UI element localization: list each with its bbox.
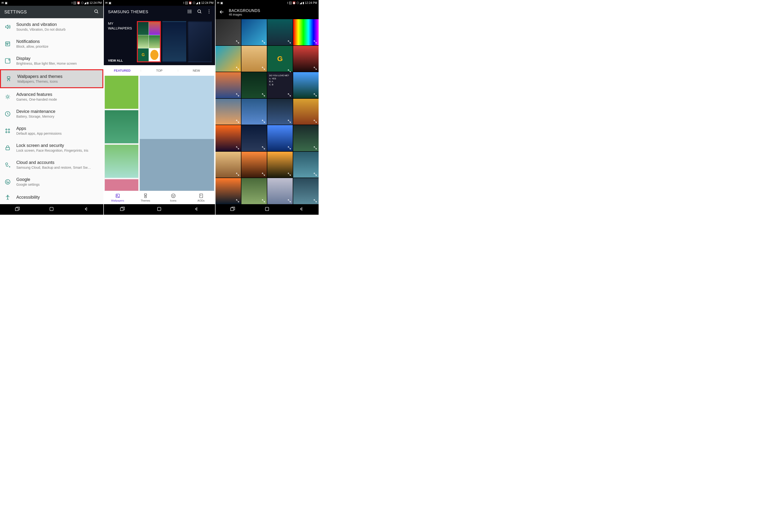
apps-icon <box>4 127 11 134</box>
settings-item-cloud[interactable]: Cloud and accounts Samsung Cloud, Backup… <box>0 156 103 173</box>
settings-item-notif[interactable]: Notifications Block, allow, prioritize <box>0 35 103 52</box>
background-tile[interactable] <box>267 99 293 125</box>
tab-new[interactable]: NEW <box>178 69 215 72</box>
background-tile[interactable] <box>267 19 293 45</box>
featured-tile[interactable] <box>140 76 214 191</box>
background-tile[interactable] <box>241 152 267 178</box>
settings-item-title: Cloud and accounts <box>16 160 99 165</box>
settings-item-access[interactable]: Accessibility <box>0 190 103 204</box>
background-tile[interactable] <box>241 72 267 98</box>
featured-tile[interactable] <box>105 110 139 143</box>
nav-recent[interactable] <box>230 206 236 213</box>
background-tile[interactable] <box>293 178 319 204</box>
nav-bar <box>215 204 319 215</box>
settings-item-title: Lock screen and security <box>16 143 99 148</box>
tab-top[interactable]: TOP <box>141 69 178 72</box>
settings-item-adv[interactable]: Advanced features Games, One-handed mode <box>0 88 103 105</box>
background-tile[interactable] <box>293 99 319 125</box>
wallpaper-gallery-tile[interactable]: G <box>137 21 161 62</box>
background-tile[interactable] <box>293 46 319 72</box>
settings-item-apps[interactable]: Apps Default apps, App permissions <box>0 122 103 139</box>
settings-item-lock[interactable]: Lock screen and security Lock screen, Fa… <box>0 139 103 156</box>
featured-tile[interactable] <box>105 179 139 191</box>
background-tile[interactable] <box>241 99 267 125</box>
nav-recent[interactable] <box>14 206 20 213</box>
background-tile[interactable] <box>241 178 267 204</box>
bluetooth-icon: ᚼ <box>183 1 185 5</box>
bottomnav-themes[interactable]: Themes <box>132 191 159 204</box>
nav-recent[interactable] <box>119 206 125 213</box>
nav-home[interactable] <box>264 206 270 213</box>
wallpaper-tile[interactable] <box>162 21 186 62</box>
background-tile[interactable] <box>293 152 319 178</box>
background-tile[interactable] <box>215 46 241 72</box>
background-tile[interactable] <box>293 125 319 151</box>
nfc-icon: N <box>185 2 188 4</box>
nav-back[interactable] <box>193 206 199 213</box>
tab-featured[interactable]: FEATURED <box>104 69 141 72</box>
alarm-icon: ⏰ <box>188 1 192 5</box>
settings-item-sub: Lock screen, Face Recognition, Fingerpri… <box>16 149 99 152</box>
expand-icon <box>287 172 291 176</box>
settings-item-display[interactable]: Display Brightness, Blue light filter, H… <box>0 52 103 69</box>
expand-icon <box>313 93 317 97</box>
screenshot-icon: ▣ <box>5 1 7 5</box>
background-tile[interactable] <box>241 125 267 151</box>
wallpaper-tile[interactable] <box>188 21 212 62</box>
wall-icon <box>5 75 12 82</box>
more-icon[interactable] <box>206 9 212 15</box>
settings-item-title: Device maintenance <box>16 109 99 114</box>
expand-icon <box>261 146 265 150</box>
settings-item-google[interactable]: Google Google settings <box>0 173 103 190</box>
settings-item-wall[interactable]: Wallpapers and themes Wallpapers, Themes… <box>0 69 103 88</box>
expand-icon <box>313 146 317 150</box>
search-icon[interactable] <box>197 9 202 15</box>
background-tile[interactable] <box>215 99 241 125</box>
background-tile[interactable] <box>215 152 241 178</box>
bottomnav-wallpapers[interactable]: Wallpapers <box>104 191 132 204</box>
expand-icon <box>261 199 265 203</box>
nav-back[interactable] <box>298 206 304 213</box>
background-tile[interactable] <box>215 125 241 151</box>
back-icon[interactable] <box>219 9 225 16</box>
settings-title: SETTINGS <box>4 10 27 14</box>
alarm-icon: ⏰ <box>77 1 80 5</box>
settings-item-title: Wallpapers and themes <box>17 74 98 79</box>
featured-tile[interactable] <box>105 76 139 109</box>
background-tile[interactable] <box>267 178 293 204</box>
settings-item-sub: Sounds, Vibration, Do not disturb <box>16 28 99 31</box>
sounds-icon <box>4 24 11 30</box>
bottomnav-aods[interactable]: AODs <box>187 191 215 204</box>
nav-back[interactable] <box>83 206 89 213</box>
background-tile[interactable] <box>241 19 267 45</box>
view-all-button[interactable]: VIEW ALL <box>108 59 135 62</box>
bottomnav-icons[interactable]: Icons <box>159 191 187 204</box>
nav-home[interactable] <box>49 206 55 213</box>
status-bar: ✉ ▣ ᚼ N ⏰ ⬡ ◢ ▮ 12:24 PM <box>0 0 103 6</box>
themes-title: SAMSUNG THEMES <box>108 10 148 14</box>
settings-item-sounds[interactable]: Sounds and vibration Sounds, Vibration, … <box>0 18 103 35</box>
expand-icon <box>236 146 240 150</box>
settings-item-maint[interactable]: Device maintenance Battery, Storage, Mem… <box>0 105 103 122</box>
settings-item-title: Notifications <box>16 39 99 44</box>
background-tile[interactable] <box>267 125 293 151</box>
background-tile[interactable]: G <box>267 46 293 72</box>
search-icon[interactable] <box>94 9 99 15</box>
background-tile[interactable] <box>293 19 319 45</box>
background-tile[interactable] <box>267 152 293 178</box>
background-tile[interactable] <box>215 178 241 204</box>
wifi-icon: ⬡ <box>296 1 299 5</box>
background-tile[interactable] <box>215 72 241 98</box>
background-tile[interactable] <box>293 72 319 98</box>
background-tile[interactable] <box>241 46 267 72</box>
settings-item-sub: Battery, Storage, Memory <box>16 115 99 118</box>
themes-header: SAMSUNG THEMES <box>104 6 215 18</box>
adv-icon <box>4 93 11 100</box>
nav-home[interactable] <box>156 206 162 213</box>
featured-tile[interactable] <box>105 145 139 178</box>
list-icon[interactable] <box>187 9 192 15</box>
background-tile[interactable]: DO YOU LOVE ME?A. YESB. AC. B <box>267 72 293 98</box>
gmail-icon: ✉ <box>105 1 108 5</box>
bottom-nav: WallpapersThemesIconsAODs <box>104 191 215 204</box>
background-tile[interactable] <box>215 19 241 45</box>
